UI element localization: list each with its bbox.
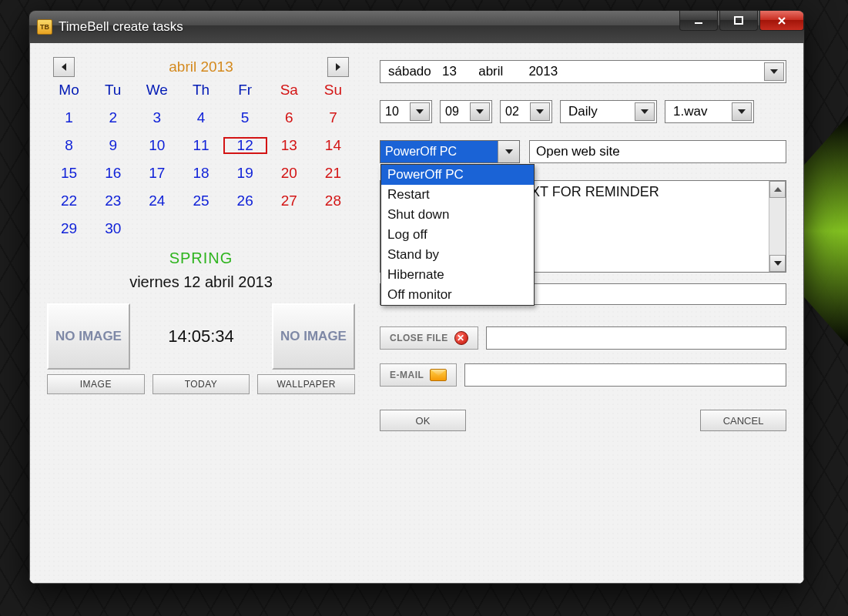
repeat-value: Daily <box>568 104 598 119</box>
calendar-day[interactable]: 4 <box>179 109 223 126</box>
calendar-day[interactable]: 1 <box>47 109 91 126</box>
action-option[interactable]: PowerOff PC <box>381 165 534 185</box>
chevron-down-icon <box>498 141 519 162</box>
chevron-up-icon <box>774 187 782 192</box>
action-dropdown-list[interactable]: PowerOff PCRestartShut downLog offStand … <box>380 164 535 306</box>
calendar-empty <box>223 220 267 237</box>
calendar-day-header: Su <box>311 82 355 99</box>
calendar-day-header: Mo <box>47 82 91 99</box>
calendar-day[interactable]: 10 <box>135 137 179 154</box>
app-icon: TB <box>37 19 52 35</box>
image-preview[interactable]: NO IMAGE <box>47 303 130 370</box>
calendar-day[interactable]: 23 <box>91 192 135 209</box>
calendar-day[interactable]: 22 <box>47 192 91 209</box>
image-button[interactable]: IMAGE <box>47 374 145 394</box>
calendar-day[interactable]: 18 <box>179 165 223 182</box>
action-option[interactable]: Restart <box>381 185 534 205</box>
calendar-day[interactable]: 11 <box>179 137 223 154</box>
calendar-day[interactable]: 15 <box>47 165 91 182</box>
calendar-day[interactable]: 28 <box>311 192 355 209</box>
calendar-day-header: Fr <box>223 82 267 99</box>
dialog-client: abril 2013 MoTuWeThFrSaSu123456789101112… <box>29 43 804 584</box>
website-input[interactable]: Open web site <box>529 140 786 163</box>
minute-value: 09 <box>445 105 459 119</box>
calendar-day[interactable]: 8 <box>47 137 91 154</box>
calendar-day[interactable]: 5 <box>223 109 267 126</box>
calendar-month-title: abril 2013 <box>169 59 233 75</box>
action-option[interactable]: Shut down <box>381 205 534 225</box>
calendar-day[interactable]: 12 <box>223 137 267 154</box>
titlebar[interactable]: TB TimeBell create tasks <box>29 11 804 43</box>
minimize-button[interactable] <box>679 11 718 31</box>
task-panel: sábado 13 abril 2013 10 09 02 <box>380 57 786 572</box>
today-button[interactable]: TODAY <box>153 374 250 394</box>
wallpaper-button[interactable]: WALLPAPER <box>257 374 355 394</box>
calendar-day-header: Th <box>179 82 223 99</box>
chevron-left-icon <box>62 63 66 71</box>
cancel-button[interactable]: CANCEL <box>700 410 786 431</box>
ok-button[interactable]: OK <box>380 410 466 431</box>
calendar-day[interactable]: 14 <box>311 137 355 154</box>
action-select[interactable]: PowerOff PC PowerOff PCRestartShut downL… <box>380 140 520 163</box>
email-label: E-MAIL <box>390 370 424 380</box>
scroll-down-button[interactable] <box>769 255 786 272</box>
date-picker[interactable]: sábado 13 abril 2013 <box>380 60 786 83</box>
calendar-day[interactable]: 24 <box>135 192 179 209</box>
chevron-down-icon <box>470 102 490 121</box>
email-button[interactable]: E-MAIL <box>380 363 457 387</box>
sound-value: 1.wav <box>673 104 707 119</box>
email-input[interactable] <box>464 363 786 387</box>
calendar-empty <box>179 220 223 237</box>
calendar-day[interactable]: 6 <box>267 109 311 126</box>
calendar-day[interactable]: 29 <box>47 220 91 237</box>
chevron-down-icon <box>530 102 550 121</box>
calendar-grid: MoTuWeThFrSaSu12345678910111213141516171… <box>47 82 355 237</box>
wallpaper-preview[interactable]: NO IMAGE <box>272 303 355 370</box>
svg-rect-1 <box>735 17 742 24</box>
calendar-day-header: We <box>135 82 179 99</box>
action-option[interactable]: Hibernate <box>381 265 534 285</box>
close-button[interactable] <box>759 11 804 31</box>
minute-select[interactable]: 09 <box>440 100 492 123</box>
close-file-label: CLOSE FILE <box>390 333 448 343</box>
calendar-day[interactable]: 19 <box>223 165 267 182</box>
calendar-day[interactable]: 7 <box>311 109 355 126</box>
chevron-down-icon <box>732 102 752 121</box>
calendar-day[interactable]: 27 <box>267 192 311 209</box>
calendar-panel: abril 2013 MoTuWeThFrSaSu123456789101112… <box>47 57 355 572</box>
svg-rect-0 <box>695 22 702 24</box>
calendar-day[interactable]: 13 <box>267 137 311 154</box>
calendar-day[interactable]: 21 <box>311 165 355 182</box>
calendar-day[interactable]: 26 <box>223 192 267 209</box>
website-placeholder: Open web site <box>536 144 620 159</box>
hour-select[interactable]: 10 <box>380 100 432 123</box>
calendar-day[interactable]: 20 <box>267 165 311 182</box>
calendar-empty <box>135 220 179 237</box>
scroll-up-button[interactable] <box>769 181 786 198</box>
close-file-button[interactable]: CLOSE FILE ✕ <box>380 326 478 350</box>
calendar-day[interactable]: 17 <box>135 165 179 182</box>
prev-month-button[interactable] <box>53 57 75 77</box>
calendar-day-header: Tu <box>91 82 135 99</box>
next-month-button[interactable] <box>327 57 349 77</box>
calendar-day[interactable]: 9 <box>91 137 135 154</box>
calendar-day[interactable]: 3 <box>135 109 179 126</box>
current-date-label: viernes 12 abril 2013 <box>47 273 355 291</box>
mail-icon <box>430 369 447 381</box>
action-option[interactable]: Log off <box>381 225 534 245</box>
sound-select[interactable]: 1.wav <box>665 100 754 123</box>
calendar-day[interactable]: 2 <box>91 109 135 126</box>
reminder-scrollbar[interactable] <box>769 181 786 272</box>
repeat-select[interactable]: Daily <box>560 100 657 123</box>
action-option[interactable]: Off monitor <box>381 285 534 305</box>
chevron-down-icon <box>410 102 430 121</box>
calendar-day[interactable]: 30 <box>91 220 135 237</box>
calendar-day[interactable]: 25 <box>179 192 223 209</box>
close-file-input[interactable] <box>486 326 786 350</box>
action-option[interactable]: Stand by <box>381 245 534 265</box>
maximize-button[interactable] <box>719 11 758 31</box>
season-label: SPRING <box>47 249 355 267</box>
second-select[interactable]: 02 <box>500 100 552 123</box>
chevron-right-icon <box>336 63 340 71</box>
calendar-day[interactable]: 16 <box>91 165 135 182</box>
